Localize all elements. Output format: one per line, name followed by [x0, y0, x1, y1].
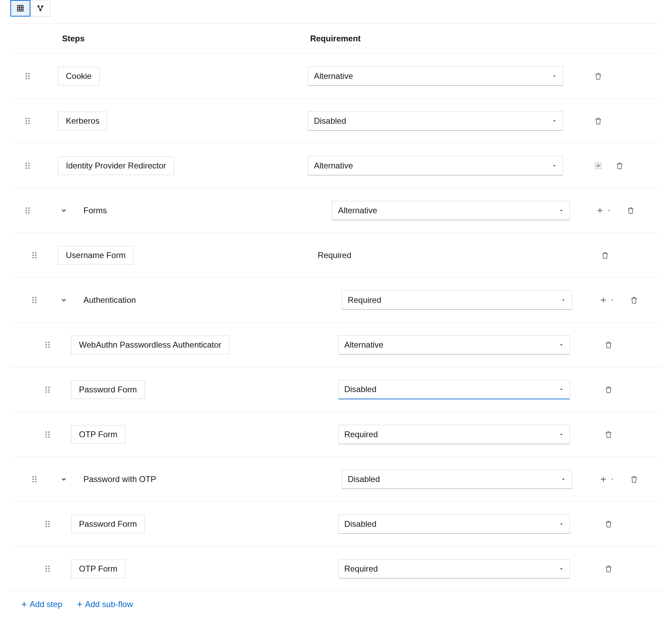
- delete-button[interactable]: [603, 339, 614, 350]
- step-row-password-1: Password Form Disabled: [10, 367, 662, 412]
- step-chip: Kerberos: [58, 112, 107, 130]
- subflow-title: Forms: [83, 206, 107, 215]
- requirement-value: Required: [344, 564, 378, 574]
- step-chip: Cookie: [58, 67, 100, 85]
- subflow-row-forms: Forms Alternative: [10, 188, 662, 233]
- requirement-value: Alternative: [338, 206, 377, 215]
- delete-button[interactable]: [614, 160, 625, 171]
- plus-icon: [76, 601, 83, 608]
- expand-toggle[interactable]: [58, 205, 70, 216]
- requirement-select[interactable]: Alternative: [338, 335, 570, 355]
- add-step-button[interactable]: [596, 207, 611, 214]
- requirement-value: Disabled: [314, 116, 346, 126]
- header-steps: Steps: [34, 34, 84, 43]
- delete-button[interactable]: [603, 519, 614, 530]
- requirement-select[interactable]: Alternative: [332, 201, 570, 220]
- table-icon: [17, 4, 24, 12]
- delete-button[interactable]: [629, 474, 640, 485]
- requirement-value: Disabled: [344, 384, 376, 394]
- diagram-view-button[interactable]: [30, 0, 50, 17]
- expand-toggle[interactable]: [58, 294, 70, 306]
- step-chip: Password Form: [71, 515, 145, 533]
- chevron-down-icon: [559, 432, 564, 437]
- add-step-button[interactable]: [600, 296, 615, 304]
- step-chip: Username Form: [58, 246, 133, 265]
- add-subflow-label: Add sub-flow: [85, 599, 133, 609]
- step-chip: WebAuthn Passwordless Authenticator: [71, 336, 229, 354]
- plus-icon: [21, 601, 28, 608]
- requirement-value: Disabled: [344, 519, 376, 529]
- drag-handle-icon[interactable]: [22, 205, 33, 216]
- add-subflow-link[interactable]: Add sub-flow: [76, 599, 133, 609]
- step-row-idp: Identity Provider Redirector Alternative: [10, 143, 662, 188]
- requirement-select[interactable]: Required: [338, 425, 570, 444]
- requirement-select[interactable]: Required: [342, 290, 572, 310]
- requirement-value: Required: [348, 295, 381, 305]
- drag-handle-icon[interactable]: [22, 160, 33, 171]
- requirement-value: Disabled: [348, 474, 380, 484]
- delete-button[interactable]: [629, 295, 640, 306]
- header-requirement: Requirement: [308, 34, 361, 43]
- view-toggle-group: [10, 0, 662, 17]
- subflow-row-password-otp: Password with OTP Disabled: [10, 457, 662, 502]
- step-row-cookie: Cookie Alternative: [10, 54, 662, 99]
- add-step-label: Add step: [30, 599, 62, 609]
- delete-button[interactable]: [625, 205, 636, 216]
- chevron-down-icon: [552, 163, 557, 168]
- subflow-row-authentication: Authentication Required: [10, 278, 662, 322]
- step-row-otp-2: OTP Form Required: [10, 546, 662, 591]
- step-chip: Identity Provider Redirector: [58, 156, 174, 175]
- requirement-value: Alternative: [314, 71, 353, 81]
- chevron-down-icon: [559, 342, 564, 348]
- settings-button[interactable]: [593, 160, 604, 171]
- chevron-down-icon: [559, 208, 564, 213]
- step-row-username: Username Form Required: [10, 233, 662, 278]
- chevron-down-icon: [552, 118, 557, 124]
- drag-handle-icon[interactable]: [22, 115, 33, 126]
- expand-toggle[interactable]: [58, 473, 70, 485]
- drag-handle-icon[interactable]: [22, 71, 33, 82]
- delete-button[interactable]: [593, 115, 604, 126]
- requirement-value: Alternative: [314, 161, 353, 171]
- requirement-select[interactable]: Alternative: [308, 66, 563, 86]
- step-chip: OTP Form: [71, 560, 126, 578]
- table-view-button[interactable]: [10, 0, 30, 17]
- requirement-select[interactable]: Disabled: [308, 111, 563, 131]
- requirement-value: Required: [318, 250, 351, 260]
- chevron-down-icon: [559, 566, 564, 572]
- chevron-down-icon: [559, 387, 564, 392]
- diagram-icon: [37, 4, 44, 12]
- delete-button[interactable]: [603, 384, 614, 395]
- requirement-value: Alternative: [344, 340, 383, 350]
- step-row-otp-1: OTP Form Required: [10, 412, 662, 457]
- delete-button[interactable]: [603, 563, 614, 574]
- step-row-password-2: Password Form Disabled: [10, 502, 662, 546]
- subflow-title: Password with OTP: [83, 474, 156, 484]
- requirement-value: Required: [344, 430, 378, 439]
- step-chip: Password Form: [71, 380, 145, 399]
- chevron-down-icon: [561, 476, 566, 482]
- requirement-select[interactable]: Required: [338, 559, 570, 578]
- add-step-button[interactable]: [600, 475, 615, 483]
- chevron-down-icon: [561, 297, 566, 303]
- requirement-select[interactable]: Disabled: [342, 470, 572, 489]
- requirement-select[interactable]: Disabled: [338, 514, 570, 534]
- add-step-link[interactable]: Add step: [21, 599, 62, 609]
- step-row-webauthn: WebAuthn Passwordless Authenticator Alte…: [10, 322, 662, 367]
- step-row-kerberos: Kerberos Disabled: [10, 99, 662, 143]
- chevron-down-icon: [552, 73, 557, 79]
- requirement-select[interactable]: Alternative: [308, 156, 563, 175]
- delete-button[interactable]: [603, 429, 614, 440]
- delete-button[interactable]: [593, 71, 604, 82]
- chevron-down-icon: [559, 521, 564, 527]
- delete-button[interactable]: [600, 250, 611, 261]
- requirement-select[interactable]: Disabled: [338, 380, 570, 399]
- subflow-title: Authentication: [83, 295, 136, 305]
- table-header-row: Steps Requirement: [10, 23, 662, 54]
- step-chip: OTP Form: [71, 425, 126, 444]
